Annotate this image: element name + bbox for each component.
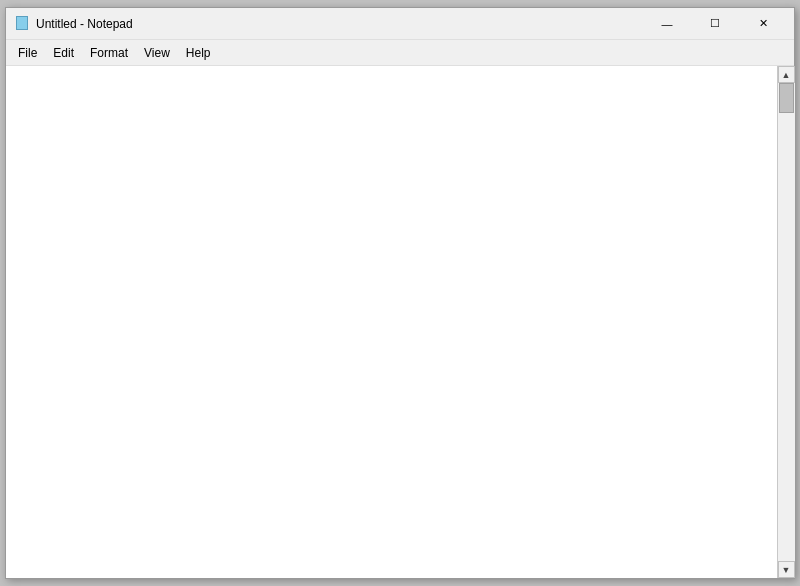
title-bar-left: Untitled - Notepad bbox=[14, 16, 133, 32]
notepad-icon bbox=[14, 16, 30, 32]
scroll-down-button[interactable]: ▼ bbox=[778, 561, 795, 578]
scroll-track[interactable] bbox=[778, 83, 795, 561]
title-bar: Untitled - Notepad — ☐ ✕ bbox=[6, 8, 794, 40]
notepad-window: Untitled - Notepad — ☐ ✕ File Edit Forma… bbox=[5, 7, 795, 579]
text-editor[interactable] bbox=[6, 66, 777, 578]
scroll-up-button[interactable]: ▲ bbox=[778, 66, 795, 83]
vertical-scrollbar: ▲ ▼ bbox=[777, 66, 794, 578]
minimize-button[interactable]: — bbox=[644, 10, 690, 38]
menu-bar: File Edit Format View Help bbox=[6, 40, 794, 66]
menu-view[interactable]: View bbox=[136, 43, 178, 63]
app-icon bbox=[14, 16, 30, 32]
menu-edit[interactable]: Edit bbox=[45, 43, 82, 63]
window-title: Untitled - Notepad bbox=[36, 17, 133, 31]
menu-format[interactable]: Format bbox=[82, 43, 136, 63]
title-bar-controls: — ☐ ✕ bbox=[644, 10, 786, 38]
editor-area: ▲ ▼ bbox=[6, 66, 794, 578]
maximize-button[interactable]: ☐ bbox=[692, 10, 738, 38]
scroll-thumb[interactable] bbox=[779, 83, 794, 113]
menu-file[interactable]: File bbox=[10, 43, 45, 63]
menu-help[interactable]: Help bbox=[178, 43, 219, 63]
close-button[interactable]: ✕ bbox=[740, 10, 786, 38]
